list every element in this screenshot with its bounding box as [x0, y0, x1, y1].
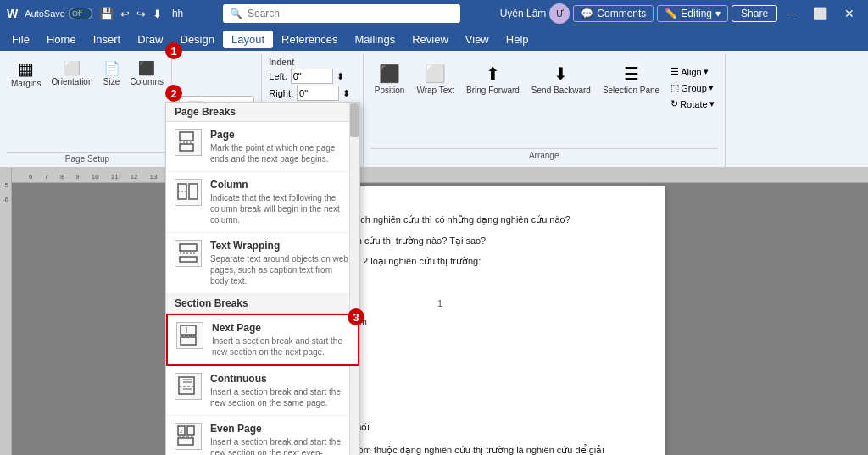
- menu-view[interactable]: View: [457, 31, 498, 48]
- indent-label: Indent: [269, 58, 355, 67]
- svg-rect-9: [181, 325, 196, 335]
- scrollbar-thumb: [350, 103, 359, 137]
- autosave-label: AutoSave: [25, 8, 65, 19]
- menu-file[interactable]: File: [3, 31, 38, 48]
- page-breaks-header: Page Breaks: [166, 103, 359, 122]
- svg-rect-2: [180, 144, 193, 151]
- page-break-text: Page Mark the point at which one page en…: [210, 129, 351, 164]
- svg-rect-8: [180, 257, 197, 262]
- undo-btn[interactable]: ↩: [120, 8, 130, 20]
- section-breaks-header: Section Breaks: [166, 294, 359, 314]
- rotate-btn[interactable]: ↻ Rotate ▾: [667, 97, 717, 111]
- close-button[interactable]: ✕: [837, 0, 861, 27]
- text-wrapping-text: Text Wrapping Separate text around objec…: [210, 240, 351, 286]
- menu-review[interactable]: Review: [403, 31, 457, 48]
- page-setup-label: Page Setup: [7, 152, 168, 167]
- search-box[interactable]: 🔍: [223, 4, 460, 23]
- column-break-text: Column Indicate that the text following …: [210, 179, 351, 225]
- align-icon: ☰: [670, 66, 679, 77]
- autosave-off-label: Off: [72, 9, 82, 18]
- dropdown-item-text-wrapping[interactable]: Text Wrapping Separate text around objec…: [166, 233, 359, 294]
- label-3: 3: [348, 308, 364, 325]
- svg-rect-0: [180, 132, 193, 141]
- menu-mailings[interactable]: Mailings: [347, 31, 404, 48]
- label-2: 2: [165, 85, 182, 102]
- columns-btn[interactable]: ⬛ Columns: [126, 59, 168, 89]
- ruler-vertical: -5 -6: [0, 168, 12, 455]
- svg-rect-22: [178, 438, 193, 445]
- indent-left-row: Left: ⬍: [269, 69, 355, 84]
- svg-rect-20: [187, 426, 194, 435]
- breaks-dropdown: Page Breaks Page Mark the point at which…: [165, 102, 360, 455]
- even-page-icon: 2: [175, 423, 202, 450]
- indent-left-spinner[interactable]: ⬍: [337, 71, 344, 82]
- indent-right-input[interactable]: [297, 86, 339, 101]
- dropdown-item-column[interactable]: Column Indicate that the text following …: [166, 172, 359, 233]
- orientation-icon: ⬜: [64, 62, 81, 75]
- indent-right-spinner[interactable]: ⬍: [342, 88, 350, 99]
- svg-rect-4: [189, 184, 198, 199]
- editing-button[interactable]: ✏️ Editing ▾: [657, 5, 728, 22]
- selection-pane-btn[interactable]: ☰ Selection Pane: [598, 61, 664, 97]
- dropdown-item-continuous[interactable]: Continuous Insert a section break and st…: [166, 366, 359, 416]
- title-bar-left: W AutoSave Off 💾 ↩ ↪ ⬇ hh: [7, 7, 183, 20]
- menu-help[interactable]: Help: [498, 31, 537, 48]
- indent-right-label: Right:: [269, 88, 293, 98]
- save-btn[interactable]: 💾: [99, 7, 114, 20]
- dropdown-scrollbar[interactable]: [349, 103, 359, 455]
- svg-rect-6: [180, 244, 197, 251]
- share-button[interactable]: Share: [732, 5, 777, 22]
- minimize-button[interactable]: ─: [781, 0, 803, 27]
- comments-button[interactable]: 💬 Comments: [573, 5, 654, 22]
- menu-home[interactable]: Home: [38, 31, 85, 48]
- avatar[interactable]: Ư: [549, 3, 570, 24]
- position-btn[interactable]: ⬛ Position: [370, 61, 409, 97]
- dropdown-item-even-page[interactable]: 2 Even Page Insert a section break and s…: [166, 416, 359, 455]
- svg-rect-11: [181, 337, 196, 345]
- search-input[interactable]: [248, 8, 442, 19]
- label-1: 1: [165, 42, 182, 59]
- align-btn[interactable]: ☰ Align ▾: [667, 64, 717, 79]
- search-icon: 🔍: [230, 8, 242, 19]
- ribbon: 1 2 ▦ Margins ⬜ Orientation 📄 Size ⬛: [0, 51, 868, 168]
- margins-btn[interactable]: ▦ Margins: [7, 58, 46, 91]
- column-break-icon: [175, 179, 202, 206]
- autosave-switch[interactable]: Off: [69, 8, 92, 19]
- menu-layout[interactable]: Layout: [223, 31, 273, 48]
- redo-btn[interactable]: ↪: [136, 8, 146, 20]
- wrap-text-btn[interactable]: ⬜ Wrap Text: [412, 61, 459, 97]
- size-btn[interactable]: 📄 Size: [99, 59, 125, 89]
- size-icon: 📄: [103, 62, 120, 75]
- title-bar-center: 🔍: [223, 4, 460, 23]
- autosave-toggle[interactable]: AutoSave Off: [25, 8, 92, 19]
- menu-insert[interactable]: Insert: [85, 31, 130, 48]
- title-bar: W AutoSave Off 💾 ↩ ↪ ⬇ hh 🔍 Uyên Lâm Ư 💬…: [0, 0, 868, 27]
- svg-text:2: 2: [180, 429, 183, 434]
- dropdown-item-page[interactable]: Page Mark the point at which one page en…: [166, 122, 359, 172]
- bring-forward-btn[interactable]: ⬆ Bring Forward: [462, 61, 524, 97]
- document-area: -5 -6 6789101112131415161718 iu thị trườ…: [0, 168, 868, 455]
- orientation-btn[interactable]: ⬜ Orientation: [47, 59, 97, 89]
- group-btn[interactable]: ⬚ Group ▾: [667, 80, 717, 95]
- doc-name: hh: [172, 8, 183, 19]
- send-backward-btn[interactable]: ⬇ Send Backward: [527, 61, 595, 97]
- doc-main: 6789101112131415161718 iu thị trường the…: [12, 168, 868, 455]
- align-group-col: ☰ Align ▾ ⬚ Group ▾ ↻ Rotate ▾: [667, 61, 717, 111]
- group-icon: ⬚: [670, 82, 679, 93]
- send-backward-icon: ⬇: [554, 64, 568, 84]
- word-logo: W: [7, 7, 18, 20]
- dropdown-item-next-page[interactable]: 3 Next Page Insert a section break and s…: [166, 314, 359, 366]
- page-container: iu thị trường theo mục đích nghiên cứu t…: [12, 168, 868, 455]
- continuous-icon: [175, 373, 202, 400]
- page-break-icon: [175, 129, 202, 156]
- arrange-label: Arrange: [370, 148, 718, 164]
- indent-left-input[interactable]: [291, 69, 333, 84]
- customize-btn[interactable]: ⬇: [153, 8, 162, 20]
- ruler-horizontal: 6789101112131415161718: [12, 168, 868, 183]
- position-icon: ⬛: [379, 64, 400, 84]
- maximize-button[interactable]: ⬜: [806, 0, 834, 27]
- menu-draw[interactable]: Draw: [129, 31, 171, 48]
- bring-forward-icon: ⬆: [486, 64, 500, 84]
- user-name: Uyên Lâm: [500, 8, 547, 19]
- menu-references[interactable]: References: [273, 31, 346, 48]
